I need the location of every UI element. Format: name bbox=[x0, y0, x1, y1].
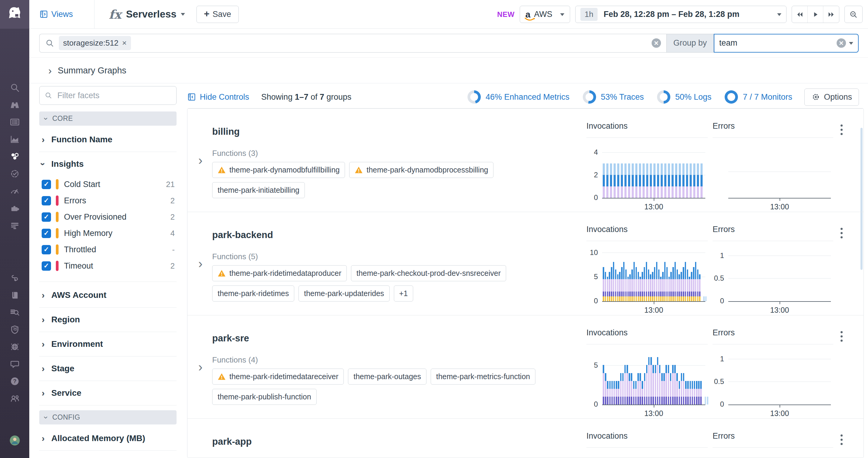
stacked-bar[interactable] bbox=[652, 365, 654, 404]
watchdog-binoculars-icon[interactable] bbox=[9, 99, 20, 110]
search-icon[interactable] bbox=[9, 82, 20, 93]
summary-graphs-label[interactable]: Summary Graphs bbox=[58, 65, 126, 76]
stacked-bar[interactable] bbox=[696, 381, 698, 404]
logs-icon[interactable] bbox=[9, 220, 20, 231]
stacked-bar[interactable] bbox=[670, 373, 672, 404]
stat-53-traces[interactable]: 53% Traces bbox=[583, 90, 644, 104]
stacked-bar[interactable] bbox=[686, 164, 688, 198]
query-tag[interactable]: storagesize:512 × bbox=[59, 36, 131, 50]
stacked-bar[interactable] bbox=[668, 164, 670, 198]
stacked-bar[interactable] bbox=[670, 272, 672, 301]
function-chip[interactable]: +1 bbox=[394, 286, 413, 302]
metrics-icon[interactable] bbox=[9, 134, 20, 145]
insight-filter-high-memory[interactable]: ✓ High Memory 4 bbox=[39, 225, 177, 241]
stacked-bar[interactable] bbox=[619, 272, 621, 301]
stacked-bar[interactable] bbox=[646, 365, 648, 404]
stacked-bar[interactable] bbox=[629, 274, 631, 301]
stacked-bar[interactable] bbox=[657, 164, 659, 198]
aws-provider-select[interactable]: a AWS bbox=[520, 6, 570, 23]
datadog-logo[interactable] bbox=[0, 0, 29, 29]
stacked-bar[interactable] bbox=[609, 381, 611, 404]
stacked-bar[interactable] bbox=[617, 274, 619, 301]
apm-icon[interactable] bbox=[9, 168, 20, 179]
stacked-bar[interactable] bbox=[643, 164, 645, 198]
stacked-bar[interactable] bbox=[635, 164, 638, 198]
stacked-bar[interactable] bbox=[606, 164, 609, 198]
stacked-bar[interactable] bbox=[648, 269, 650, 301]
stacked-bar[interactable] bbox=[689, 277, 690, 301]
stacked-bar[interactable] bbox=[642, 381, 643, 404]
function-chip[interactable]: theme-park-initiatebilling bbox=[212, 182, 305, 198]
views-button[interactable]: Views bbox=[39, 10, 73, 19]
stacked-bar[interactable] bbox=[681, 373, 682, 404]
stacked-bar[interactable] bbox=[631, 373, 632, 404]
stacked-bar[interactable] bbox=[661, 164, 663, 198]
stacked-bar[interactable] bbox=[628, 164, 630, 198]
checkbox-checked[interactable]: ✓ bbox=[42, 212, 51, 222]
row-menu-kebab-icon[interactable] bbox=[837, 434, 846, 445]
stacked-bar[interactable] bbox=[614, 381, 615, 404]
chevron-right-icon[interactable]: › bbox=[48, 65, 52, 76]
checkbox-checked[interactable]: ✓ bbox=[42, 196, 51, 205]
synthetics-gauge-icon[interactable] bbox=[9, 185, 20, 196]
stacked-bar[interactable] bbox=[635, 381, 637, 404]
partial-bar[interactable] bbox=[705, 397, 706, 404]
stacked-bar[interactable] bbox=[605, 272, 606, 301]
stacked-bar[interactable] bbox=[607, 277, 609, 301]
stacked-bar[interactable] bbox=[607, 381, 609, 404]
stacked-bar[interactable] bbox=[693, 164, 695, 198]
step-forward-button[interactable] bbox=[823, 6, 839, 23]
stacked-bar[interactable] bbox=[698, 381, 700, 404]
stacked-bar[interactable] bbox=[620, 373, 622, 404]
stacked-bar[interactable] bbox=[650, 274, 651, 301]
stacked-bar[interactable] bbox=[685, 262, 686, 301]
stacked-bar[interactable] bbox=[616, 381, 617, 404]
stacked-bar[interactable] bbox=[638, 373, 639, 404]
facet-stage[interactable]: ›Stage bbox=[39, 356, 177, 381]
partial-bar[interactable] bbox=[705, 296, 707, 301]
zoom-out-button[interactable] bbox=[844, 6, 863, 23]
stacked-bar[interactable] bbox=[699, 274, 701, 301]
facet-region[interactable]: ›Region bbox=[39, 308, 177, 332]
stacked-bar[interactable] bbox=[694, 381, 695, 404]
stacked-bar[interactable] bbox=[656, 262, 658, 301]
facet-allocated-memory-mb[interactable]: ›Allocated Memory (MB) bbox=[39, 426, 177, 451]
stacked-bar[interactable] bbox=[672, 164, 674, 198]
checkbox-checked[interactable]: ✓ bbox=[42, 261, 51, 271]
facet-filter-input[interactable] bbox=[57, 91, 172, 101]
stacked-bar[interactable] bbox=[668, 365, 670, 404]
function-chip[interactable]: theme-park-checkout-prod-dev-snsreceiver bbox=[351, 265, 506, 281]
stacked-bar[interactable] bbox=[611, 267, 612, 301]
hide-controls-button[interactable]: Hide Controls bbox=[187, 92, 249, 102]
stacked-bar[interactable] bbox=[642, 272, 643, 301]
stacked-bar[interactable] bbox=[676, 373, 678, 404]
step-back-button[interactable] bbox=[792, 6, 808, 23]
stacked-bar[interactable] bbox=[655, 365, 656, 404]
clear-search-icon[interactable]: ✕ bbox=[652, 38, 661, 48]
facet-service[interactable]: ›Service bbox=[39, 381, 177, 405]
stacked-bar[interactable] bbox=[691, 272, 692, 301]
stacked-bar[interactable] bbox=[687, 269, 688, 301]
stacked-bar[interactable] bbox=[679, 381, 680, 404]
stat-46-enhanced-metrics[interactable]: 46% Enhanced Metrics bbox=[467, 90, 569, 104]
stacked-bar[interactable] bbox=[658, 269, 660, 301]
stacked-bar[interactable] bbox=[621, 164, 623, 198]
search-input[interactable]: storagesize:512 × ✕ bbox=[39, 34, 666, 53]
stacked-bar[interactable] bbox=[639, 164, 641, 198]
checkbox-checked[interactable]: ✓ bbox=[42, 180, 51, 189]
stacked-bar[interactable] bbox=[625, 269, 627, 301]
function-chip[interactable]: theme-park-outages bbox=[348, 369, 427, 384]
stacked-bar[interactable] bbox=[629, 373, 630, 404]
row-menu-kebab-icon[interactable] bbox=[837, 228, 846, 238]
stacked-bar[interactable] bbox=[652, 272, 653, 301]
stacked-bar[interactable] bbox=[613, 262, 615, 301]
stacked-bar[interactable] bbox=[683, 267, 684, 301]
facet-aws-account[interactable]: ›AWS Account bbox=[39, 283, 177, 308]
save-button[interactable]: + Save bbox=[196, 6, 239, 23]
stacked-bar[interactable] bbox=[674, 365, 676, 404]
stacked-bar[interactable] bbox=[644, 267, 645, 301]
stacked-bar[interactable] bbox=[618, 381, 619, 404]
insight-filter-throttled[interactable]: ✓ Throttled - bbox=[39, 241, 177, 258]
options-button[interactable]: Options bbox=[804, 88, 859, 106]
stacked-bar[interactable] bbox=[650, 164, 652, 198]
